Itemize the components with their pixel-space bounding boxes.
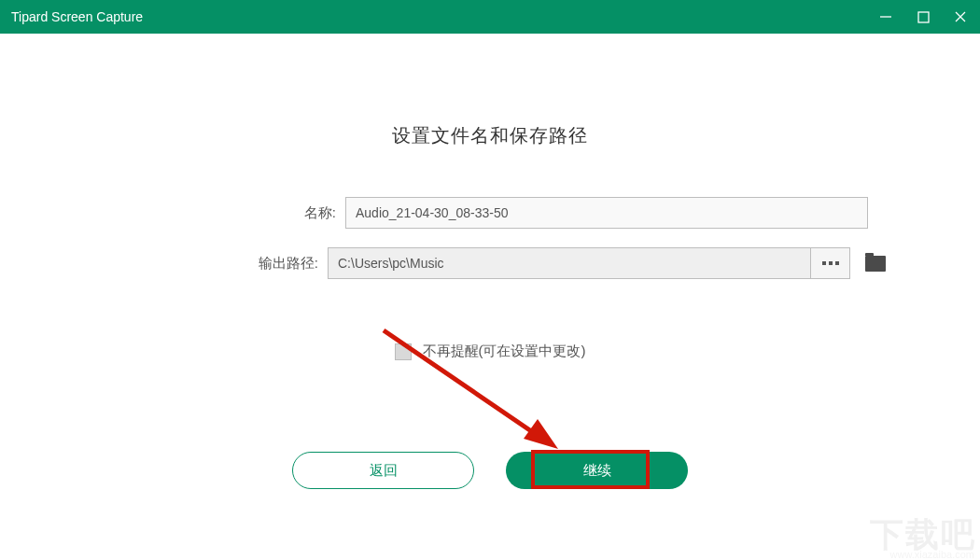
minimize-button[interactable] — [877, 8, 894, 25]
open-folder-button[interactable] — [865, 256, 886, 272]
page-heading: 设置文件名和保存路径 — [392, 123, 588, 148]
svg-rect-5 — [829, 261, 833, 265]
reminder-row: 不再提醒(可在设置中更改) — [395, 343, 586, 360]
close-button[interactable] — [952, 8, 969, 25]
main-content: 设置文件名和保存路径 名称: 输出路径: 不再提醒(可在设置中更改) — [0, 34, 980, 360]
name-label: 名称: — [112, 204, 345, 222]
dont-remind-checkbox[interactable] — [395, 343, 412, 360]
svg-rect-1 — [918, 12, 929, 22]
name-row: 名称: — [112, 197, 868, 229]
titlebar: Tipard Screen Capture — [0, 0, 980, 34]
name-input[interactable] — [345, 197, 868, 229]
output-path-input[interactable] — [328, 247, 811, 279]
back-button[interactable]: 返回 — [292, 452, 474, 489]
output-path-row: 输出路径: — [94, 247, 886, 279]
svg-marker-8 — [524, 419, 558, 449]
button-bar: 返回 继续 — [0, 452, 980, 489]
continue-button[interactable]: 继续 — [506, 452, 688, 489]
watermark-main: 下载吧 — [870, 512, 976, 558]
svg-rect-6 — [835, 261, 839, 265]
watermark-sub: www.xiazaiba.com — [890, 549, 974, 560]
window-controls — [877, 8, 969, 25]
app-title: Tipard Screen Capture — [11, 9, 877, 24]
maximize-button[interactable] — [915, 8, 931, 25]
output-path-wrap — [328, 247, 886, 279]
output-path-label: 输出路径: — [94, 255, 328, 273]
browse-button[interactable] — [811, 247, 850, 279]
ellipsis-icon — [822, 260, 839, 266]
svg-rect-4 — [822, 261, 826, 265]
dont-remind-label: 不再提醒(可在设置中更改) — [423, 343, 586, 360]
